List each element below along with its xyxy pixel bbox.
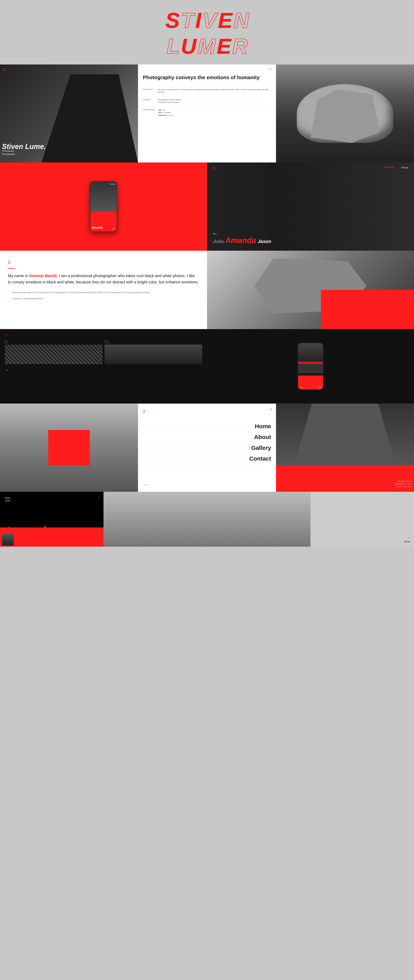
menu-item-about[interactable]: About: [143, 432, 271, 442]
hero-char-t: T: [181, 8, 194, 33]
menu-item-home[interactable]: Home: [143, 421, 271, 432]
char-v: V: [202, 8, 216, 33]
awards-place: 2nd place in the competition: [158, 101, 180, 103]
dark-photo-label-2: Hellomorning: [105, 340, 202, 344]
portrait-rock-image: [276, 65, 414, 162]
gallery-name-next: Jason: [258, 239, 271, 244]
hero-char-s: S: [165, 8, 179, 33]
portfolio-photo: ℶ Stiven Lume. Professional Photographer: [0, 65, 138, 162]
portfolio-left-panel: ℶ Stiven Lume. Professional Photographer: [0, 65, 138, 162]
info-exp-label: Expirience: [158, 114, 167, 116]
menu-item-gallery[interactable]: Gallery: [143, 442, 271, 453]
footer-right-panel: → Show: [310, 492, 414, 547]
hero-char-r: R: [232, 34, 247, 59]
bio-content-information: Age 34 Work Australia Expirience 13 yrs: [158, 109, 174, 117]
footer-center-panel: [104, 492, 310, 547]
dark-phone-mockup: Anna Mary: [298, 343, 323, 390]
dark-arrow[interactable]: →: [5, 368, 202, 372]
menu-item-contact[interactable]: Contact: [143, 453, 271, 464]
bio-label-awards: Awards: [143, 99, 154, 104]
about-logo: ℶ: [8, 261, 199, 264]
hero-char-i: I: [195, 8, 201, 33]
about-text: My name is Antonio Barelli. I am a profe…: [8, 273, 199, 285]
phone-img-mid: [298, 364, 323, 373]
gallery-name-current: Amanda: [225, 236, 256, 245]
menu-left-image: [0, 404, 138, 492]
footer-thumb: [2, 534, 14, 546]
red-block-overlay: [48, 430, 89, 465]
char-l: L: [166, 34, 179, 59]
footer-menu-icon[interactable]: ≡: [98, 496, 100, 498]
dark-photo-item-2: Hellomorning: [105, 340, 202, 364]
menu-close-button[interactable]: ×: [270, 407, 272, 412]
info-exp-val: 13 yrs: [169, 114, 174, 116]
phone-label-portrait: Portrait: [110, 183, 115, 185]
about-extra-text: He was recently named one of LensCulture…: [12, 291, 199, 294]
center-logo: ≡: [269, 67, 271, 70]
dark-phone-screen: Anna Mary: [298, 343, 323, 390]
footer-section: Stiven Lumer ≡ otographe → Show: [0, 492, 414, 547]
about-name-highlight: Antonio Barelli.: [29, 274, 58, 278]
info-age-val: 34: [163, 109, 165, 111]
menu-section: ℶ × Home About Gallery Contact menu I ha…: [0, 404, 414, 492]
bio-row-information: Information Age 34 Work Australia Expiri…: [143, 106, 271, 117]
portfolio-right-panel: [276, 65, 414, 162]
info-exp: Expirience 13 yrs: [158, 114, 174, 117]
footer-show-label: Show: [404, 540, 410, 543]
portfolio-headline: Photography conveys the emotions of huma…: [143, 74, 271, 81]
hero-char-n: N: [234, 8, 248, 33]
hero-char-v: V: [202, 8, 216, 33]
footer-name: Stiven Lumer: [5, 497, 99, 502]
menu-left-panel: [0, 404, 138, 492]
about-right-red-overlay: [321, 290, 414, 329]
char-t: T: [181, 8, 194, 33]
phone-label-mary: Mary: [318, 387, 321, 388]
char-e: E: [218, 8, 232, 33]
phone-mockup: ℶ Portrait 13 Next Amanda: [90, 181, 117, 232]
menu-nav-list: Home About Gallery Contact: [143, 421, 271, 480]
dark-portfolio-section: 24 | → chyand Hellomorning →: [0, 329, 414, 404]
char-s: S: [165, 8, 179, 33]
char-n: N: [234, 8, 248, 33]
hero-char-e2: E: [217, 34, 231, 59]
char-e2: E: [217, 34, 231, 59]
char-u: U: [181, 34, 196, 59]
about-extra: He was recently named one of LensCulture…: [8, 291, 199, 300]
name-first-row: S T I V E N: [12, 8, 402, 33]
footer-red-block: [0, 527, 104, 547]
dark-photo-label-1: chyand: [5, 340, 102, 344]
page-arrow[interactable]: →: [11, 334, 13, 336]
char-i: I: [195, 8, 201, 33]
dark-phone-bottom: Anna Mary: [298, 375, 323, 390]
footer-show-button[interactable]: → Show: [404, 536, 410, 543]
phone-person-name: Amanda: [92, 226, 103, 229]
subtitle-line2: Photographer: [2, 153, 15, 155]
gallery-portrait-label: Portrait: [401, 166, 408, 169]
footer-name-line2: Lumer: [5, 500, 99, 502]
about-menu-icon[interactable]: ≡: [408, 255, 410, 258]
phone-nav-next[interactable]: Next: [112, 228, 115, 229]
bio-content-biography: My name is Antonio Barelli. I am a profe…: [158, 88, 271, 94]
about-red-line: [8, 268, 15, 269]
about-text-intro: My name is: [8, 274, 29, 278]
dark-right-panel: Anna Mary: [207, 329, 414, 404]
phone-img-top: [298, 343, 323, 362]
char-m: M: [197, 34, 215, 59]
menu-right-panel: I have been doingphotography for over15 …: [276, 404, 414, 492]
name-second-row: L U M E R: [12, 34, 402, 59]
page-number: 24: [5, 334, 7, 336]
footer-left-panel: Stiven Lumer ≡ otographe: [0, 492, 104, 547]
hero-char-l: L: [166, 34, 179, 59]
hero-char-e: E: [218, 8, 232, 33]
dark-page-num: 24 | →: [5, 334, 202, 336]
portfolio-center-panel: ≡ Photography conveys the emotions of hu…: [138, 65, 276, 162]
page-separator: |: [9, 334, 9, 336]
bio-row-awards: Awards Photographer Contest Winner 2nd p…: [143, 96, 271, 104]
gallery-left-panel: ℶ Portrait 13 Next Amanda: [0, 162, 207, 251]
logo-mark-left: ℶ: [3, 67, 5, 72]
dark-photo-portrait: [105, 345, 202, 364]
info-age: Age 34: [158, 109, 174, 111]
hero-section: S T I V E N L U M E R: [0, 0, 414, 65]
gallery-red-bar: [385, 167, 394, 167]
menu-right-text: I have been doingphotography for over15 …: [395, 480, 411, 488]
